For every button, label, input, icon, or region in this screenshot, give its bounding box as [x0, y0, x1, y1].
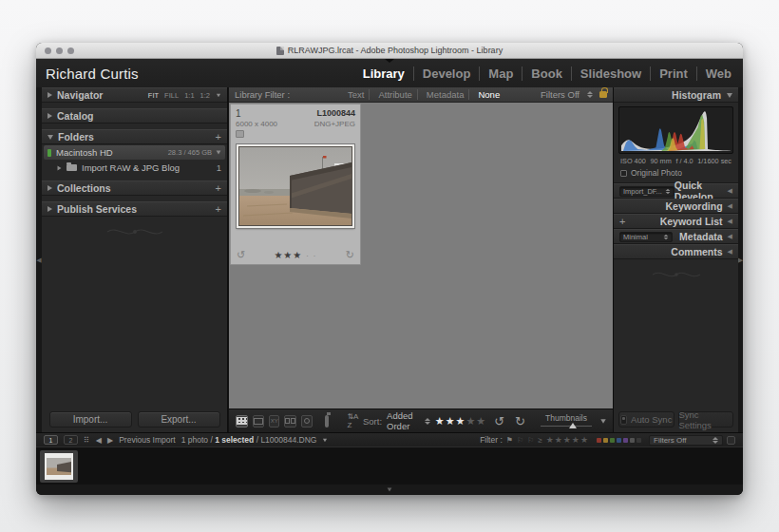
rotate-right-icon[interactable]: ↻	[346, 249, 354, 261]
metadata-header[interactable]: Minimal Metadata ◀	[614, 229, 738, 244]
filmstrip-thumbnail[interactable]	[45, 453, 73, 480]
filter-metadata[interactable]: Metadata	[422, 89, 470, 100]
volume-row[interactable]: Macintosh HD 28.3 / 465 GB	[44, 145, 225, 160]
metadata-badge-icon[interactable]	[236, 130, 244, 138]
keywording-header[interactable]: Keywording ◀	[614, 199, 738, 214]
add-collection-button[interactable]: +	[216, 182, 221, 194]
filmstrip-cell-selected[interactable]	[40, 450, 78, 483]
thumbnail-size-slider[interactable]	[541, 423, 592, 429]
zoom-window-icon[interactable]	[67, 48, 74, 54]
green-label-icon[interactable]	[610, 438, 615, 443]
module-web[interactable]: Web	[697, 66, 733, 81]
filter-text[interactable]: Text	[343, 89, 370, 100]
zoom-fill[interactable]: FILL	[164, 91, 179, 100]
minimize-window-icon[interactable]	[56, 48, 63, 54]
metadata-preset-dropdown[interactable]: Minimal	[619, 232, 673, 242]
collections-header[interactable]: Collections +	[42, 180, 227, 196]
grid-view-icon[interactable]	[236, 415, 248, 428]
filter-attribute[interactable]: Attribute	[373, 89, 417, 100]
add-keyword-button[interactable]: +	[619, 216, 625, 227]
filmstrip-filters-preset[interactable]: Filters Off	[649, 435, 723, 446]
module-map[interactable]: Map	[480, 66, 522, 81]
grid-view[interactable]: 1 L1000844 6000 x 4000 DNG+JPEG	[229, 103, 613, 408]
rotate-right-icon[interactable]: ↻	[515, 414, 525, 428]
panel-expand-icon[interactable]: ◀	[728, 187, 732, 195]
people-view-icon[interactable]	[301, 415, 312, 428]
blue-label-icon[interactable]	[617, 438, 621, 443]
chevron-down-icon[interactable]	[217, 151, 221, 155]
zoom-fit[interactable]: FIT	[148, 91, 159, 100]
stepper-icon[interactable]	[587, 91, 593, 98]
right-panel-collapse-icon[interactable]: ▶	[738, 87, 743, 432]
zoom-1-2[interactable]: 1:2	[200, 91, 210, 100]
import-button[interactable]: Import...	[49, 411, 132, 428]
module-book[interactable]: Book	[522, 66, 572, 81]
toolbar-star-rating[interactable]: ★★★★★	[435, 415, 486, 428]
flag-picked-icon[interactable]: ⚑	[506, 436, 513, 445]
zoom-1-1[interactable]: 1:1	[184, 91, 194, 100]
cell-star-rating[interactable]: ★★★ · ·	[274, 250, 316, 260]
none-label-icon[interactable]	[636, 438, 641, 443]
second-window-button[interactable]: 2	[64, 435, 78, 445]
filmstrip[interactable]	[36, 446, 743, 484]
filmstrip-status[interactable]: 1 photo / 1 selected / L1000844.DNG	[181, 435, 317, 445]
module-slideshow[interactable]: Slideshow	[572, 66, 651, 81]
module-develop[interactable]: Develop	[414, 66, 481, 81]
flag-rejected-icon[interactable]: ⚐	[527, 436, 534, 445]
flag-unflagged-icon[interactable]: ⚐	[517, 436, 523, 445]
color-label-filter[interactable]	[597, 438, 641, 443]
rotate-left-icon[interactable]: ↺	[494, 414, 504, 428]
auto-sync-button[interactable]: Auto Sync	[618, 411, 674, 428]
lock-icon[interactable]	[599, 91, 607, 98]
navigator-header[interactable]: Navigator FIT FILL 1:1 1:2	[42, 87, 227, 103]
sort-direction-icon[interactable]: ⇅A Z	[347, 412, 358, 429]
panel-expand-icon[interactable]: ◀	[728, 218, 732, 225]
filter-preset[interactable]: Filters Off	[541, 89, 607, 100]
rotate-left-icon[interactable]: ↺	[237, 249, 245, 261]
red-label-icon[interactable]	[597, 438, 601, 443]
top-panel-collapse-icon[interactable]	[385, 59, 394, 63]
chevron-down-icon[interactable]	[217, 93, 220, 97]
gray-label-icon[interactable]	[630, 438, 635, 443]
go-to-grid-icon[interactable]: ⠿	[84, 436, 90, 445]
add-folder-button[interactable]: +	[216, 131, 221, 142]
yellow-label-icon[interactable]	[603, 438, 608, 443]
module-print[interactable]: Print	[651, 66, 697, 81]
sort-value[interactable]: Added Order	[387, 410, 417, 431]
purple-label-icon[interactable]	[623, 438, 628, 443]
quick-develop-header[interactable]: Import_DF... Quick Develop ◀	[614, 183, 738, 199]
catalog-header[interactable]: Catalog	[42, 108, 227, 124]
compare-view-icon[interactable]: XY	[269, 415, 279, 428]
folders-header[interactable]: Folders +	[42, 129, 227, 144]
slider-knob[interactable]	[569, 423, 577, 428]
window-controls[interactable]	[45, 48, 74, 54]
panel-expand-icon[interactable]: ◀	[728, 202, 732, 210]
panel-expand-icon[interactable]: ◀	[728, 233, 732, 240]
photo-cell[interactable]: 1 L1000844 6000 x 4000 DNG+JPEG	[230, 104, 361, 265]
comments-header[interactable]: Comments ◀	[614, 244, 738, 259]
go-forward-icon[interactable]: ▶	[107, 436, 113, 445]
filter-none[interactable]: None	[473, 89, 504, 100]
module-library[interactable]: Library	[354, 66, 414, 81]
histogram-panel[interactable]	[618, 106, 733, 154]
add-publish-service-button[interactable]: +	[216, 203, 221, 215]
filmstrip-source[interactable]: Previous Import	[119, 435, 176, 445]
keyword-list-header[interactable]: + Keyword List ◀	[614, 214, 738, 229]
photo-thumbnail[interactable]	[237, 144, 354, 228]
chevron-down-icon[interactable]	[323, 438, 327, 442]
saved-preset-dropdown[interactable]: Import_DF...	[619, 186, 674, 197]
histogram-header[interactable]: Histogram	[614, 87, 738, 103]
stepper-icon[interactable]	[425, 418, 430, 425]
survey-view-icon[interactable]	[284, 415, 296, 428]
folder-row[interactable]: Import RAW & JPG Blog 1	[42, 161, 227, 175]
toolbar-options-icon[interactable]	[600, 419, 605, 424]
rating-ge[interactable]: ≥	[538, 436, 542, 445]
filmstrip-collapse-bar[interactable]	[36, 484, 743, 495]
publish-services-header[interactable]: Publish Services +	[42, 201, 227, 217]
painter-spray-icon[interactable]	[325, 415, 330, 428]
auto-sync-toggle-icon[interactable]	[620, 415, 627, 425]
go-back-icon[interactable]: ◀	[96, 436, 102, 445]
export-button[interactable]: Export...	[138, 411, 220, 428]
filters-switch-icon[interactable]	[727, 436, 735, 445]
filmstrip-star-filter[interactable]: ★★★★★	[546, 435, 589, 445]
